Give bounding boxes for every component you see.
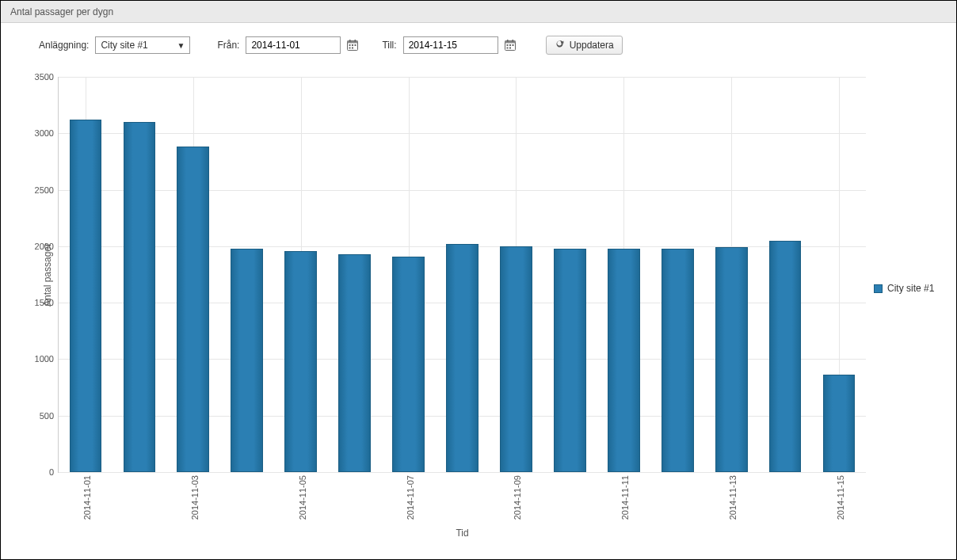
- y-tick-label: 3000: [25, 128, 54, 138]
- chart-bar[interactable]: [823, 375, 856, 472]
- svg-rect-15: [512, 44, 513, 46]
- chart-bar[interactable]: [124, 122, 156, 472]
- chart-bar[interactable]: [338, 254, 371, 472]
- svg-rect-17: [509, 48, 511, 49]
- panel-title: Antal passager per dygn: [10, 6, 113, 17]
- svg-rect-3: [355, 40, 356, 42]
- x-tick-label: 2014-11-07: [406, 472, 415, 520]
- calendar-icon[interactable]: [345, 38, 360, 52]
- chart-bar[interactable]: [500, 246, 532, 472]
- chart-bar[interactable]: [662, 249, 694, 472]
- chart-bar[interactable]: [608, 249, 640, 472]
- chart-bar[interactable]: [715, 247, 748, 472]
- facility-select[interactable]: City site #1 ▼: [95, 36, 190, 54]
- chart-bar[interactable]: [446, 244, 478, 472]
- app-window: Antal passager per dygn Anläggning: City…: [0, 0, 957, 560]
- chart-bar[interactable]: [177, 147, 209, 472]
- svg-rect-16: [506, 48, 508, 49]
- gridline-h: [59, 472, 866, 473]
- svg-rect-8: [352, 48, 353, 49]
- chart-plot: Antal passager Tid 050010001500200025003…: [58, 77, 866, 473]
- from-label: Från:: [217, 40, 239, 51]
- y-tick-label: 3500: [25, 72, 54, 82]
- svg-rect-6: [355, 44, 356, 46]
- refresh-icon: [555, 39, 565, 51]
- x-tick-label: 2014-11-09: [513, 472, 522, 520]
- gridline-h: [59, 77, 866, 78]
- legend-swatch: [874, 284, 883, 293]
- to-label: Till:: [382, 40, 396, 51]
- legend-label: City site #1: [887, 283, 934, 294]
- update-button[interactable]: Uppdatera: [546, 36, 623, 55]
- from-date-group: Från:: [217, 36, 360, 54]
- chart-bar[interactable]: [284, 251, 317, 472]
- chart-bar[interactable]: [554, 249, 586, 472]
- svg-rect-2: [349, 40, 351, 42]
- svg-rect-11: [507, 40, 509, 42]
- chart-area: Antal passager Tid 050010001500200025003…: [7, 69, 951, 552]
- chart-bar[interactable]: [392, 257, 425, 472]
- y-tick-label: 500: [25, 411, 54, 421]
- y-tick-label: 1500: [25, 298, 54, 307]
- y-tick-label: 2500: [25, 185, 54, 195]
- facility-label: Anläggning:: [39, 40, 89, 51]
- svg-rect-13: [506, 44, 508, 46]
- y-tick-label: 1000: [25, 354, 54, 364]
- svg-rect-12: [512, 40, 513, 42]
- chevron-down-icon: ▼: [177, 41, 185, 50]
- y-axis-label: Antal passager: [42, 242, 53, 306]
- svg-rect-1: [348, 41, 358, 44]
- to-date-group: Till:: [382, 36, 517, 54]
- gridline-h: [59, 133, 866, 134]
- x-tick-label: 2014-11-05: [298, 472, 307, 520]
- x-tick-label: 2014-11-13: [728, 472, 738, 520]
- panel-header: Antal passager per dygn: [1, 1, 956, 23]
- svg-rect-14: [509, 44, 511, 46]
- svg-rect-7: [349, 48, 351, 49]
- y-tick-label: 2000: [25, 242, 54, 251]
- calendar-icon[interactable]: [503, 38, 517, 52]
- update-button-label: Uppdatera: [570, 40, 614, 51]
- svg-rect-10: [505, 41, 515, 44]
- facility-select-value: City site #1: [101, 40, 147, 51]
- chart-bar[interactable]: [70, 120, 102, 472]
- from-date-input[interactable]: [246, 36, 341, 54]
- chart-bar[interactable]: [231, 249, 263, 472]
- chart-bar[interactable]: [769, 241, 802, 472]
- x-tick-label: 2014-11-01: [82, 472, 92, 520]
- to-date-input[interactable]: [403, 36, 498, 54]
- x-tick-label: 2014-11-15: [836, 472, 845, 520]
- svg-rect-5: [352, 44, 353, 46]
- toolbar: Anläggning: City site #1 ▼ Från:: [1, 23, 956, 63]
- x-tick-label: 2014-11-03: [190, 472, 200, 520]
- x-tick-label: 2014-11-11: [620, 472, 630, 520]
- y-tick-label: 0: [25, 467, 54, 477]
- x-axis-label: Tid: [456, 528, 468, 539]
- svg-rect-4: [349, 44, 351, 46]
- chart-legend: City site #1: [874, 283, 934, 294]
